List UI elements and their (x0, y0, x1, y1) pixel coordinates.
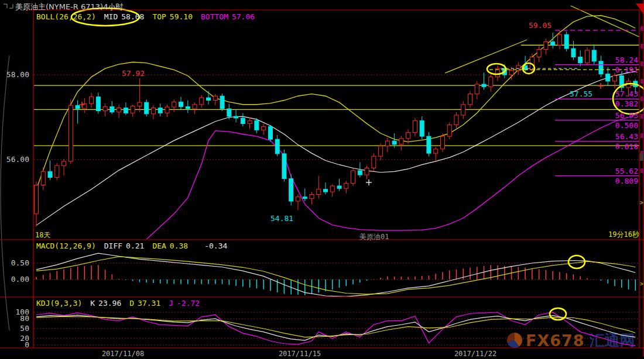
macd-header[interactable]: MACD(12,26,9) DIFF 0.21 DEA 0.38 -0.34 (36, 241, 235, 251)
candle-body[interactable] (186, 106, 190, 109)
candle-body[interactable] (324, 189, 328, 192)
macd-axis-tick: 0.50 (2, 258, 29, 267)
candle-body[interactable] (296, 197, 300, 201)
falling-trendline (571, 6, 639, 37)
candle-body[interactable] (606, 74, 610, 81)
candle-body[interactable] (234, 116, 238, 118)
kdj-axis-tick: 80 (2, 314, 29, 323)
candle-body[interactable] (117, 108, 121, 112)
candle-body[interactable] (158, 108, 162, 113)
candle-body[interactable] (413, 120, 417, 132)
clipped-sidebar-fragment (640, 26, 643, 31)
price-axis-tick: 56.00 (2, 155, 29, 164)
candle-body[interactable] (282, 154, 286, 179)
candle-body[interactable] (255, 120, 259, 130)
candle-body[interactable] (145, 102, 149, 114)
candle-body[interactable] (303, 197, 307, 199)
candle-body[interactable] (392, 141, 396, 144)
candle-body[interactable] (35, 185, 39, 214)
candle-body[interactable] (372, 156, 376, 168)
candle-body[interactable] (62, 161, 66, 165)
candle-body[interactable] (68, 105, 73, 161)
candle-body[interactable] (48, 171, 52, 177)
candle-body[interactable] (599, 61, 603, 74)
chart-title: 美原油主(NYME-R 6713)4小时 (15, 2, 123, 12)
candle-body[interactable] (138, 102, 142, 106)
candle-body[interactable] (379, 146, 383, 156)
candle-body[interactable] (90, 97, 94, 104)
candle-body[interactable] (509, 71, 513, 75)
candle-body[interactable] (399, 139, 403, 144)
candle-body[interactable] (193, 105, 197, 109)
clipped-sidebar-fragment (640, 153, 643, 161)
candle-body[interactable] (482, 84, 486, 87)
candle-body[interactable] (358, 171, 362, 175)
candle-body[interactable] (564, 34, 568, 49)
candle-body[interactable] (385, 141, 389, 146)
candle-body[interactable] (55, 165, 59, 177)
candle-body[interactable] (468, 94, 472, 105)
candle-body[interactable] (447, 125, 451, 137)
candle-body[interactable] (165, 107, 169, 113)
candle-body[interactable] (76, 105, 80, 109)
candle-body[interactable] (557, 34, 561, 45)
window-icon[interactable] (3, 3, 13, 9)
candle-body[interactable] (207, 98, 211, 100)
candle-body[interactable] (179, 102, 183, 106)
candle-body[interactable] (585, 50, 589, 63)
candle-body[interactable] (96, 97, 100, 111)
candle-body[interactable] (344, 184, 348, 189)
boll-name: BOLL(26,26,2) (36, 12, 96, 22)
candle-body[interactable] (440, 136, 444, 149)
candle-body[interactable] (571, 49, 576, 57)
candle-body[interactable] (537, 50, 541, 57)
candle-body[interactable] (578, 57, 583, 63)
candle-body[interactable] (110, 106, 114, 112)
candle-body[interactable] (213, 96, 217, 100)
candle-body[interactable] (310, 194, 314, 198)
candle-body[interactable] (613, 75, 617, 81)
candle-body[interactable] (289, 179, 293, 201)
candle-body[interactable] (406, 133, 410, 139)
candle-body[interactable] (131, 106, 135, 113)
candle-body[interactable] (124, 108, 128, 113)
candle-body[interactable] (489, 77, 493, 87)
macd-dea-label: DEA (152, 241, 166, 251)
candle-body[interactable] (103, 106, 107, 111)
candle-body[interactable] (227, 109, 231, 116)
candle-body[interactable] (544, 42, 548, 49)
candle-body[interactable] (475, 84, 479, 94)
candle-body[interactable] (454, 115, 458, 125)
kdj-header[interactable]: KDJ(9,3,3) K 23.96 D 37.31 J -2.72 (36, 299, 208, 308)
candle-body[interactable] (592, 50, 596, 61)
candle-body[interactable] (41, 171, 45, 185)
clipped-sidebar-fragment (640, 96, 643, 101)
fib-ratio-label: 0.809 (609, 177, 638, 185)
kdj-j-line (36, 312, 635, 346)
candle-body[interactable] (365, 168, 369, 175)
candle-body[interactable] (200, 98, 204, 105)
candle-body[interactable] (241, 118, 245, 123)
candle-body[interactable] (151, 108, 155, 114)
fib-ratio-label: 0.191 (609, 66, 638, 74)
kdj-j-value: -2.72 (177, 299, 200, 308)
candle-body[interactable] (172, 102, 176, 107)
candle-body[interactable] (220, 96, 224, 109)
candle-body[interactable] (351, 171, 355, 184)
candle-body[interactable] (317, 189, 321, 195)
candle-body[interactable] (427, 136, 431, 153)
candle-body[interactable] (268, 126, 272, 139)
candle-body[interactable] (330, 186, 334, 192)
candle-body[interactable] (551, 42, 555, 45)
spike-price-label: 57.92 (122, 69, 145, 78)
clipped-sidebar-fragment (640, 79, 643, 84)
candle-body[interactable] (461, 105, 465, 115)
candle-body[interactable] (434, 149, 438, 153)
candle-body[interactable] (275, 139, 279, 154)
candlesticks[interactable] (35, 30, 638, 227)
candle-body[interactable] (248, 120, 252, 123)
candle-body[interactable] (262, 126, 266, 130)
candle-body[interactable] (337, 186, 341, 188)
boll-header[interactable]: BOLL(26,26,2) MID 58.08 TOP 59.10 BOTTOM… (36, 12, 263, 22)
candle-body[interactable] (420, 120, 424, 136)
